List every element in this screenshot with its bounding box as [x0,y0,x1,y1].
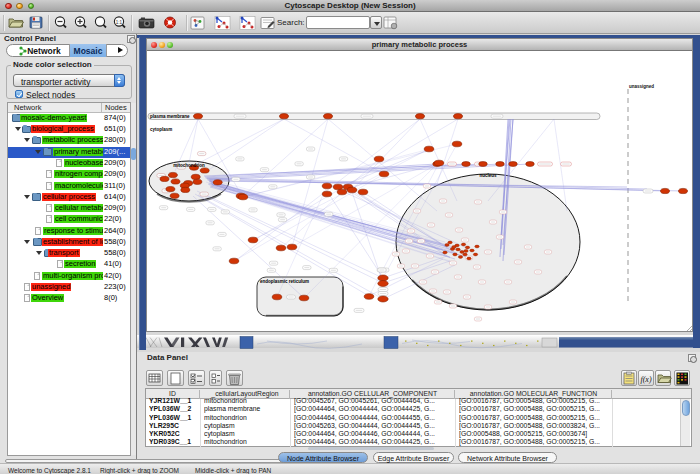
svg-text:endoplasmic reticulum: endoplasmic reticulum [260,279,309,284]
svg-text:nucleus: nucleus [479,173,497,178]
svg-text:f(x): f(x) [640,375,651,384]
svg-text:plasma membrane: plasma membrane [150,114,190,119]
svg-text:1:1: 1:1 [116,20,123,25]
svg-text:cytoplasm: cytoplasm [150,127,172,132]
svg-text:unassigned: unassigned [629,83,654,88]
svg-text:mitochondrion: mitochondrion [173,162,205,167]
